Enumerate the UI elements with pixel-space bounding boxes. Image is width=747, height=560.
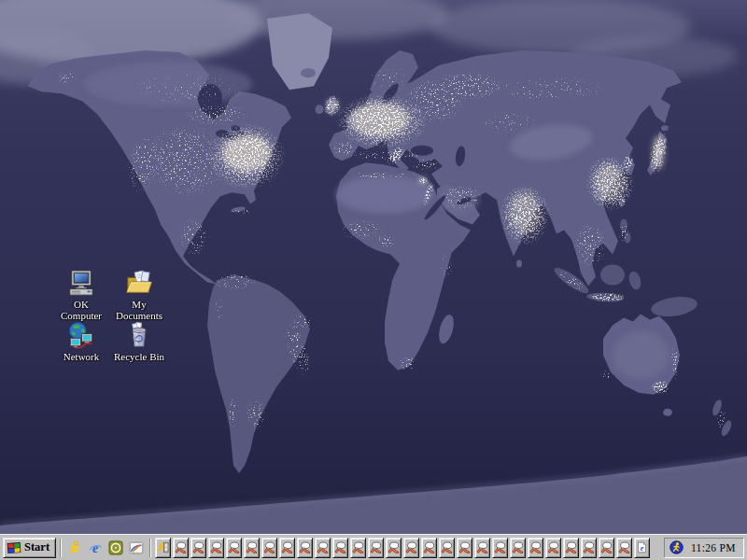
taskbar-window-button[interactable] <box>510 538 526 558</box>
aim-buddy-list-icon <box>157 541 169 553</box>
internet-explorer-page-icon <box>636 541 648 553</box>
taskbar-window-button[interactable] <box>421 538 437 558</box>
aim-chat-icon <box>565 541 577 553</box>
taskbar-window-button[interactable] <box>279 538 295 558</box>
start-button-label: Start <box>24 540 49 554</box>
aim-icon <box>67 540 82 555</box>
system-tray: 11:26 PM <box>664 538 744 558</box>
taskbar-window-button[interactable] <box>155 538 171 558</box>
aim-chat-icon <box>405 541 417 553</box>
taskbar-window-button[interactable] <box>581 538 597 558</box>
taskbar-window-button[interactable] <box>545 538 561 558</box>
aim-chat-icon <box>583 541 595 553</box>
recycle-bin-icon <box>125 321 153 349</box>
network-icon <box>67 321 95 349</box>
taskbar-window-button[interactable] <box>332 538 348 558</box>
aim-chat-icon <box>317 541 329 553</box>
aim-chat-icon <box>512 541 524 553</box>
taskbar-window-buttons <box>155 538 650 558</box>
taskbar-window-button[interactable] <box>403 538 419 558</box>
channels-icon <box>108 540 123 555</box>
taskbar: Start <box>0 534 747 560</box>
aim-chat-icon <box>600 541 613 553</box>
taskbar-window-button[interactable] <box>474 538 490 558</box>
desktop-icon-label: Network <box>63 351 100 362</box>
taskbar-window-button[interactable] <box>261 538 277 558</box>
aim-chat-icon <box>263 541 275 553</box>
aim-chat-icon <box>352 541 364 553</box>
taskbar-window-button[interactable] <box>190 538 206 558</box>
taskbar-window-button[interactable] <box>563 538 579 558</box>
aim-chat-icon <box>281 541 293 553</box>
aim-chat-icon <box>458 541 471 553</box>
desktop-icon-label: My Documents <box>110 299 168 322</box>
start-button[interactable]: Start <box>3 538 56 558</box>
desktop-icon[interactable]: OK Computer <box>52 269 110 321</box>
taskbar-window-button[interactable] <box>315 538 331 558</box>
taskbar-window-button[interactable] <box>386 538 402 558</box>
taskbar-window-button[interactable] <box>350 538 366 558</box>
aim-chat-icon <box>334 541 346 553</box>
taskbar-divider <box>148 539 152 557</box>
quick-launch-button[interactable] <box>65 538 84 558</box>
windows-flag-icon <box>7 540 21 555</box>
my-documents-icon <box>125 269 153 297</box>
quick-launch-button[interactable] <box>106 538 125 558</box>
aim-chat-icon <box>228 541 240 553</box>
aim-chat-icon <box>246 541 258 553</box>
aim-chat-icon <box>192 541 204 553</box>
tray-icons <box>669 540 684 554</box>
taskbar-window-button[interactable] <box>244 538 260 558</box>
aim-chat-icon <box>175 541 187 553</box>
taskbar-clock: 11:26 PM <box>691 542 736 553</box>
screen: e <box>0 0 747 560</box>
taskbar-window-button[interactable] <box>368 538 384 558</box>
aim-chat-icon <box>370 541 382 553</box>
quick-launch-bar <box>65 538 146 558</box>
aim-chat-icon <box>547 541 559 553</box>
aim-chat-icon <box>494 541 506 553</box>
taskbar-window-button[interactable] <box>208 538 224 558</box>
desktop-icon[interactable]: My Documents <box>110 269 168 321</box>
desktop-icon-grid: OK Computer My Documents Network Recycle… <box>52 269 168 373</box>
taskbar-window-button[interactable] <box>492 538 508 558</box>
taskbar-window-button[interactable] <box>528 538 543 558</box>
taskbar-window-button[interactable] <box>297 538 313 558</box>
taskbar-window-button[interactable] <box>173 538 189 558</box>
desktop-icon[interactable]: Network <box>52 321 110 373</box>
quick-launch-button[interactable] <box>127 538 146 558</box>
show-desktop-icon <box>129 540 144 555</box>
aim-chat-icon <box>210 541 222 553</box>
taskbar-window-button[interactable] <box>439 538 455 558</box>
aim-chat-icon <box>299 541 311 553</box>
taskbar-window-button[interactable] <box>226 538 242 558</box>
desktop: e <box>0 0 747 534</box>
taskbar-window-button[interactable] <box>457 538 472 558</box>
my-computer-icon <box>67 269 95 297</box>
taskbar-window-button[interactable] <box>616 538 632 558</box>
quick-launch-button[interactable] <box>86 538 105 558</box>
aim-chat-icon <box>618 541 630 553</box>
taskbar-divider <box>59 539 63 557</box>
desktop-icon-label: OK Computer <box>52 299 110 322</box>
aim-chat-icon <box>441 541 453 553</box>
aim-chat-icon <box>476 541 488 553</box>
taskbar-window-button[interactable] <box>599 538 614 558</box>
desktop-icon[interactable]: Recycle Bin <box>110 321 168 373</box>
taskbar-window-button[interactable] <box>634 538 650 558</box>
aim-chat-icon <box>423 541 435 553</box>
aim-tray-icon[interactable] <box>669 540 684 554</box>
aim-chat-icon <box>388 541 400 553</box>
internet-explorer-icon <box>88 540 103 555</box>
aim-chat-icon <box>529 541 542 553</box>
earth-at-night-wallpaper: e <box>0 0 747 534</box>
desktop-icon-label: Recycle Bin <box>114 351 164 362</box>
